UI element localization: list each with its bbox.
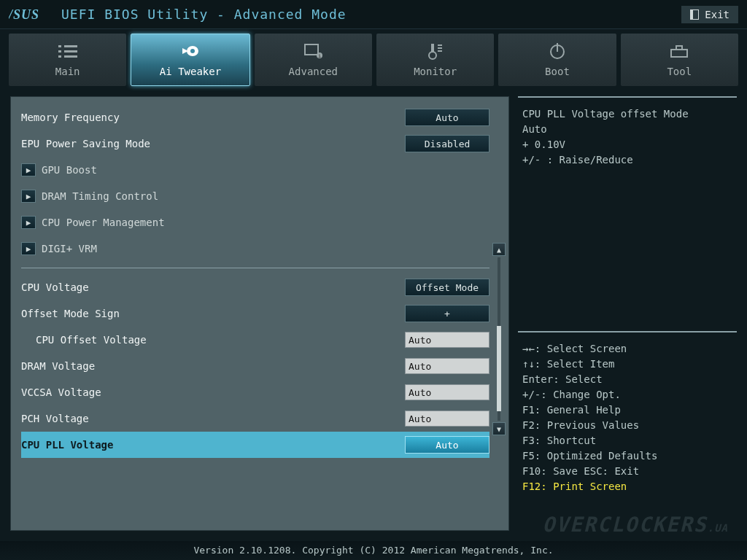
- svg-rect-16: [671, 50, 687, 57]
- submenu-dram-timing[interactable]: ▶ DRAM Timing Control: [21, 183, 489, 209]
- help-line: +/-: Change Opt.: [522, 387, 732, 402]
- svg-rect-4: [64, 50, 77, 52]
- row-dram-voltage[interactable]: DRAM Voltage Auto: [21, 353, 489, 379]
- tab-boot[interactable]: Boot: [498, 34, 616, 86]
- help-line: ↑↓: Select Item: [522, 357, 732, 372]
- memory-frequency-dropdown[interactable]: Auto: [405, 109, 489, 126]
- svg-text:/SUS: /SUS: [9, 8, 39, 21]
- scroll-thumb[interactable]: [497, 326, 501, 411]
- exit-icon: [690, 9, 699, 20]
- page-title: UEFI BIOS Utility - Advanced Mode: [61, 7, 347, 22]
- help-line: Enter: Select: [522, 372, 732, 387]
- tab-tool[interactable]: Tool: [621, 34, 738, 86]
- help-line: →←: Select Screen: [522, 341, 732, 357]
- tab-advanced[interactable]: i Advanced: [255, 34, 372, 86]
- scroll-up-button[interactable]: ▲: [492, 243, 506, 256]
- brand-logo: /SUS: [9, 8, 53, 21]
- thermometer-icon: [426, 42, 445, 60]
- help-panel: →←: Select Screen ↑↓: Select Item Enter:…: [518, 331, 737, 531]
- svg-rect-6: [64, 55, 77, 58]
- submenu-cpu-power-mgmt[interactable]: ▶ CPU Power Management: [21, 209, 489, 236]
- row-pch-voltage[interactable]: PCH Voltage Auto: [21, 405, 489, 432]
- epu-power-saving-dropdown[interactable]: Disabled: [405, 135, 489, 152]
- row-vccsa-voltage[interactable]: VCCSA Voltage Auto: [21, 379, 489, 405]
- chevron-right-icon: ▶: [21, 163, 36, 176]
- tab-ai-tweaker[interactable]: Ai Tweaker: [131, 34, 249, 86]
- cpu-offset-voltage-input[interactable]: Auto: [405, 332, 489, 348]
- dram-voltage-input[interactable]: Auto: [405, 358, 489, 374]
- info-panel: CPU PLL Voltage offset Mode Auto + 0.10V…: [518, 96, 737, 322]
- info-line: Auto: [522, 122, 732, 137]
- cpu-pll-voltage-dropdown[interactable]: Auto: [405, 436, 489, 454]
- help-line: F1: General Help: [522, 402, 732, 418]
- submenu-gpu-boost[interactable]: ▶ GPU Boost: [21, 157, 489, 183]
- svg-rect-17: [676, 46, 682, 50]
- right-column: CPU PLL Voltage offset Mode Auto + 0.10V…: [518, 96, 737, 531]
- svg-point-12: [429, 52, 436, 59]
- tweaker-icon: [179, 42, 201, 60]
- tab-bar: Main Ai Tweaker i Advanced Monitor Boot …: [0, 29, 747, 86]
- svg-rect-2: [64, 45, 77, 47]
- info-line: +/- : Raise/Reduce: [522, 152, 732, 168]
- toolbox-icon: [670, 42, 689, 60]
- chevron-right-icon: ▶: [21, 190, 36, 203]
- exit-label: Exit: [705, 9, 729, 20]
- svg-rect-1: [58, 45, 61, 47]
- row-cpu-offset-voltage[interactable]: CPU Offset Voltage Auto: [21, 327, 489, 353]
- footer-version: Version 2.10.1208. Copyright (C) 2012 Am…: [0, 541, 747, 560]
- submenu-digi-vrm[interactable]: ▶ DIGI+ VRM: [21, 236, 489, 262]
- vccsa-voltage-input[interactable]: Auto: [405, 384, 489, 400]
- tab-monitor[interactable]: Monitor: [376, 34, 494, 86]
- help-line: F2: Previous Values: [522, 418, 732, 433]
- info-line: + 0.10V: [522, 137, 732, 152]
- info-line: CPU PLL Voltage offset Mode: [522, 106, 732, 122]
- main-area: Memory Frequency Auto EPU Power Saving M…: [0, 86, 747, 541]
- exit-button[interactable]: Exit: [681, 6, 738, 23]
- row-offset-sign[interactable]: Offset Mode Sign +: [21, 300, 489, 327]
- scrollbar: ▲ ▼: [492, 243, 506, 435]
- tab-main[interactable]: Main: [9, 34, 126, 86]
- cpu-voltage-dropdown[interactable]: Offset Mode: [405, 279, 489, 296]
- row-cpu-voltage[interactable]: CPU Voltage Offset Mode: [21, 274, 489, 300]
- help-line: F3: Shortcut: [522, 433, 732, 448]
- header-bar: /SUS UEFI BIOS Utility - Advanced Mode E…: [0, 0, 747, 29]
- row-epu-power-saving[interactable]: EPU Power Saving Mode Disabled: [21, 131, 489, 157]
- svg-rect-15: [557, 43, 558, 52]
- chip-icon: i: [303, 42, 322, 60]
- chevron-right-icon: ▶: [21, 216, 36, 229]
- svg-text:i: i: [318, 53, 321, 59]
- scroll-down-button[interactable]: ▼: [492, 422, 506, 435]
- svg-rect-5: [58, 55, 61, 58]
- section-divider: [21, 268, 489, 268]
- list-icon: [58, 42, 77, 60]
- help-line: F5: Optimized Defaults: [522, 448, 732, 464]
- settings-panel: Memory Frequency Auto EPU Power Saving M…: [10, 96, 509, 531]
- pch-voltage-input[interactable]: Auto: [405, 411, 489, 427]
- help-line-highlight: F12: Print Screen: [522, 479, 732, 494]
- svg-rect-3: [58, 50, 61, 52]
- power-icon: [549, 42, 566, 60]
- scroll-track[interactable]: [498, 257, 500, 421]
- svg-rect-9: [305, 44, 318, 55]
- svg-point-8: [190, 49, 195, 53]
- offset-sign-dropdown[interactable]: +: [405, 305, 489, 322]
- row-cpu-pll-voltage[interactable]: CPU PLL Voltage Auto: [21, 432, 489, 458]
- help-line: F10: Save ESC: Exit: [522, 464, 732, 479]
- chevron-right-icon: ▶: [21, 242, 36, 255]
- row-memory-frequency[interactable]: Memory Frequency Auto: [21, 104, 489, 131]
- svg-rect-13: [431, 44, 434, 52]
